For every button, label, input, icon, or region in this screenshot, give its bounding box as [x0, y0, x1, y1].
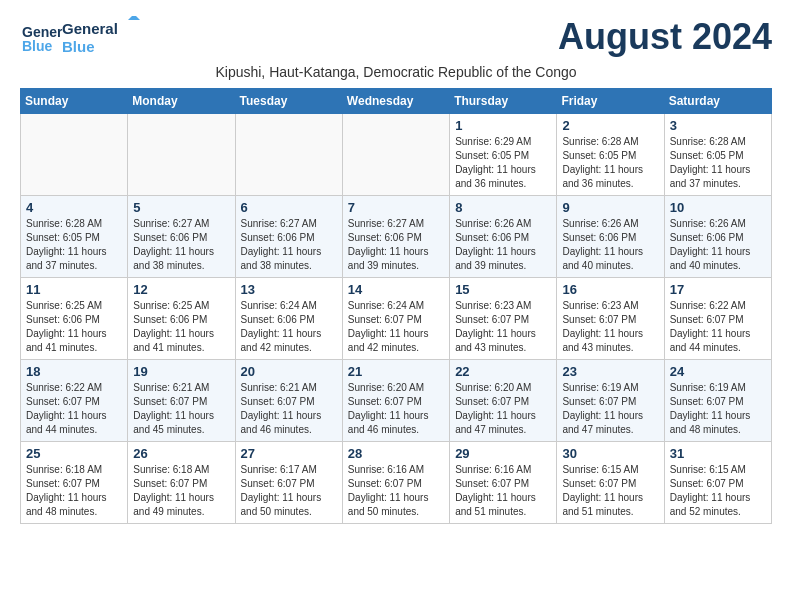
- cell-info: Sunrise: 6:28 AM Sunset: 6:05 PM Dayligh…: [562, 135, 658, 191]
- svg-text:Blue: Blue: [22, 38, 53, 54]
- cell-info: Sunrise: 6:25 AM Sunset: 6:06 PM Dayligh…: [26, 299, 122, 355]
- calendar-cell: 17Sunrise: 6:22 AM Sunset: 6:07 PM Dayli…: [664, 278, 771, 360]
- day-number: 2: [562, 118, 658, 133]
- calendar-cell: 31Sunrise: 6:15 AM Sunset: 6:07 PM Dayli…: [664, 442, 771, 524]
- calendar-cell: 8Sunrise: 6:26 AM Sunset: 6:06 PM Daylig…: [450, 196, 557, 278]
- cell-info: Sunrise: 6:18 AM Sunset: 6:07 PM Dayligh…: [133, 463, 229, 519]
- calendar-cell: 4Sunrise: 6:28 AM Sunset: 6:05 PM Daylig…: [21, 196, 128, 278]
- cell-info: Sunrise: 6:23 AM Sunset: 6:07 PM Dayligh…: [455, 299, 551, 355]
- calendar-cell: 9Sunrise: 6:26 AM Sunset: 6:06 PM Daylig…: [557, 196, 664, 278]
- svg-marker-5: [128, 16, 140, 20]
- calendar-cell: 12Sunrise: 6:25 AM Sunset: 6:06 PM Dayli…: [128, 278, 235, 360]
- cell-info: Sunrise: 6:19 AM Sunset: 6:07 PM Dayligh…: [670, 381, 766, 437]
- day-number: 19: [133, 364, 229, 379]
- day-number: 7: [348, 200, 444, 215]
- month-title: August 2024: [558, 16, 772, 58]
- day-number: 6: [241, 200, 337, 215]
- cell-info: Sunrise: 6:15 AM Sunset: 6:07 PM Dayligh…: [562, 463, 658, 519]
- col-header-sunday: Sunday: [21, 89, 128, 114]
- calendar-cell: [235, 114, 342, 196]
- cell-info: Sunrise: 6:17 AM Sunset: 6:07 PM Dayligh…: [241, 463, 337, 519]
- cell-info: Sunrise: 6:28 AM Sunset: 6:05 PM Dayligh…: [670, 135, 766, 191]
- calendar-cell: 28Sunrise: 6:16 AM Sunset: 6:07 PM Dayli…: [342, 442, 449, 524]
- calendar-cell: 10Sunrise: 6:26 AM Sunset: 6:06 PM Dayli…: [664, 196, 771, 278]
- calendar-cell: 15Sunrise: 6:23 AM Sunset: 6:07 PM Dayli…: [450, 278, 557, 360]
- calendar-cell: 20Sunrise: 6:21 AM Sunset: 6:07 PM Dayli…: [235, 360, 342, 442]
- calendar-cell: 30Sunrise: 6:15 AM Sunset: 6:07 PM Dayli…: [557, 442, 664, 524]
- day-number: 24: [670, 364, 766, 379]
- cell-info: Sunrise: 6:28 AM Sunset: 6:05 PM Dayligh…: [26, 217, 122, 273]
- calendar-cell: 18Sunrise: 6:22 AM Sunset: 6:07 PM Dayli…: [21, 360, 128, 442]
- col-header-friday: Friday: [557, 89, 664, 114]
- calendar-cell: 27Sunrise: 6:17 AM Sunset: 6:07 PM Dayli…: [235, 442, 342, 524]
- calendar-cell: 19Sunrise: 6:21 AM Sunset: 6:07 PM Dayli…: [128, 360, 235, 442]
- calendar-subtitle: Kipushi, Haut-Katanga, Democratic Republ…: [20, 64, 772, 80]
- day-number: 20: [241, 364, 337, 379]
- day-number: 18: [26, 364, 122, 379]
- calendar-cell: 11Sunrise: 6:25 AM Sunset: 6:06 PM Dayli…: [21, 278, 128, 360]
- day-number: 14: [348, 282, 444, 297]
- calendar-header: SundayMondayTuesdayWednesdayThursdayFrid…: [21, 89, 772, 114]
- cell-info: Sunrise: 6:20 AM Sunset: 6:07 PM Dayligh…: [348, 381, 444, 437]
- calendar-cell: 29Sunrise: 6:16 AM Sunset: 6:07 PM Dayli…: [450, 442, 557, 524]
- calendar-cell: 5Sunrise: 6:27 AM Sunset: 6:06 PM Daylig…: [128, 196, 235, 278]
- day-number: 8: [455, 200, 551, 215]
- day-number: 9: [562, 200, 658, 215]
- logo-icon: General Blue: [20, 17, 62, 59]
- day-number: 16: [562, 282, 658, 297]
- calendar-cell: 22Sunrise: 6:20 AM Sunset: 6:07 PM Dayli…: [450, 360, 557, 442]
- calendar-body: 1Sunrise: 6:29 AM Sunset: 6:05 PM Daylig…: [21, 114, 772, 524]
- day-number: 17: [670, 282, 766, 297]
- day-number: 25: [26, 446, 122, 461]
- day-number: 12: [133, 282, 229, 297]
- week-row-4: 18Sunrise: 6:22 AM Sunset: 6:07 PM Dayli…: [21, 360, 772, 442]
- calendar-cell: [342, 114, 449, 196]
- cell-info: Sunrise: 6:20 AM Sunset: 6:07 PM Dayligh…: [455, 381, 551, 437]
- day-number: 27: [241, 446, 337, 461]
- calendar-cell: 6Sunrise: 6:27 AM Sunset: 6:06 PM Daylig…: [235, 196, 342, 278]
- day-number: 10: [670, 200, 766, 215]
- day-number: 26: [133, 446, 229, 461]
- cell-info: Sunrise: 6:19 AM Sunset: 6:07 PM Dayligh…: [562, 381, 658, 437]
- day-number: 11: [26, 282, 122, 297]
- day-number: 21: [348, 364, 444, 379]
- calendar-cell: [128, 114, 235, 196]
- header-row: SundayMondayTuesdayWednesdayThursdayFrid…: [21, 89, 772, 114]
- day-number: 29: [455, 446, 551, 461]
- calendar-cell: 3Sunrise: 6:28 AM Sunset: 6:05 PM Daylig…: [664, 114, 771, 196]
- day-number: 3: [670, 118, 766, 133]
- day-number: 15: [455, 282, 551, 297]
- day-number: 13: [241, 282, 337, 297]
- col-header-saturday: Saturday: [664, 89, 771, 114]
- cell-info: Sunrise: 6:24 AM Sunset: 6:06 PM Dayligh…: [241, 299, 337, 355]
- week-row-1: 1Sunrise: 6:29 AM Sunset: 6:05 PM Daylig…: [21, 114, 772, 196]
- cell-info: Sunrise: 6:26 AM Sunset: 6:06 PM Dayligh…: [562, 217, 658, 273]
- calendar-cell: 26Sunrise: 6:18 AM Sunset: 6:07 PM Dayli…: [128, 442, 235, 524]
- calendar-cell: [21, 114, 128, 196]
- logo: General Blue General Blue: [20, 16, 142, 60]
- day-number: 28: [348, 446, 444, 461]
- cell-info: Sunrise: 6:22 AM Sunset: 6:07 PM Dayligh…: [26, 381, 122, 437]
- col-header-wednesday: Wednesday: [342, 89, 449, 114]
- cell-info: Sunrise: 6:15 AM Sunset: 6:07 PM Dayligh…: [670, 463, 766, 519]
- header: General Blue General Blue August 2024: [20, 16, 772, 60]
- day-number: 30: [562, 446, 658, 461]
- cell-info: Sunrise: 6:27 AM Sunset: 6:06 PM Dayligh…: [348, 217, 444, 273]
- svg-text:General: General: [62, 20, 118, 37]
- cell-info: Sunrise: 6:22 AM Sunset: 6:07 PM Dayligh…: [670, 299, 766, 355]
- svg-text:Blue: Blue: [62, 38, 95, 55]
- day-number: 22: [455, 364, 551, 379]
- calendar-cell: 23Sunrise: 6:19 AM Sunset: 6:07 PM Dayli…: [557, 360, 664, 442]
- week-row-5: 25Sunrise: 6:18 AM Sunset: 6:07 PM Dayli…: [21, 442, 772, 524]
- calendar-cell: 16Sunrise: 6:23 AM Sunset: 6:07 PM Dayli…: [557, 278, 664, 360]
- day-number: 1: [455, 118, 551, 133]
- day-number: 4: [26, 200, 122, 215]
- day-number: 23: [562, 364, 658, 379]
- week-row-2: 4Sunrise: 6:28 AM Sunset: 6:05 PM Daylig…: [21, 196, 772, 278]
- cell-info: Sunrise: 6:24 AM Sunset: 6:07 PM Dayligh…: [348, 299, 444, 355]
- calendar-cell: 2Sunrise: 6:28 AM Sunset: 6:05 PM Daylig…: [557, 114, 664, 196]
- calendar-cell: 7Sunrise: 6:27 AM Sunset: 6:06 PM Daylig…: [342, 196, 449, 278]
- cell-info: Sunrise: 6:25 AM Sunset: 6:06 PM Dayligh…: [133, 299, 229, 355]
- cell-info: Sunrise: 6:23 AM Sunset: 6:07 PM Dayligh…: [562, 299, 658, 355]
- cell-info: Sunrise: 6:27 AM Sunset: 6:06 PM Dayligh…: [241, 217, 337, 273]
